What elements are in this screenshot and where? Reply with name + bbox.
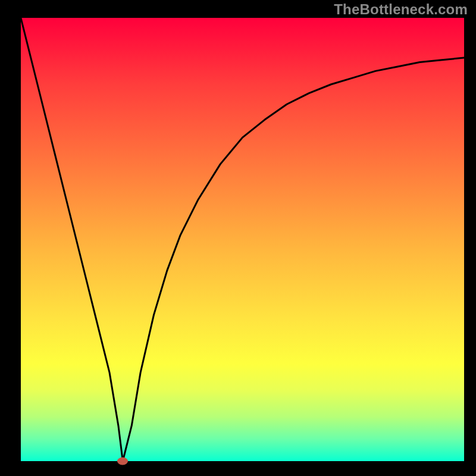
plot-area — [21, 18, 464, 461]
bottleneck-curve — [21, 18, 464, 461]
watermark-text: TheBottleneck.com — [334, 1, 468, 18]
optimal-point-marker — [117, 458, 128, 465]
chart-frame: TheBottleneck.com — [0, 0, 476, 476]
